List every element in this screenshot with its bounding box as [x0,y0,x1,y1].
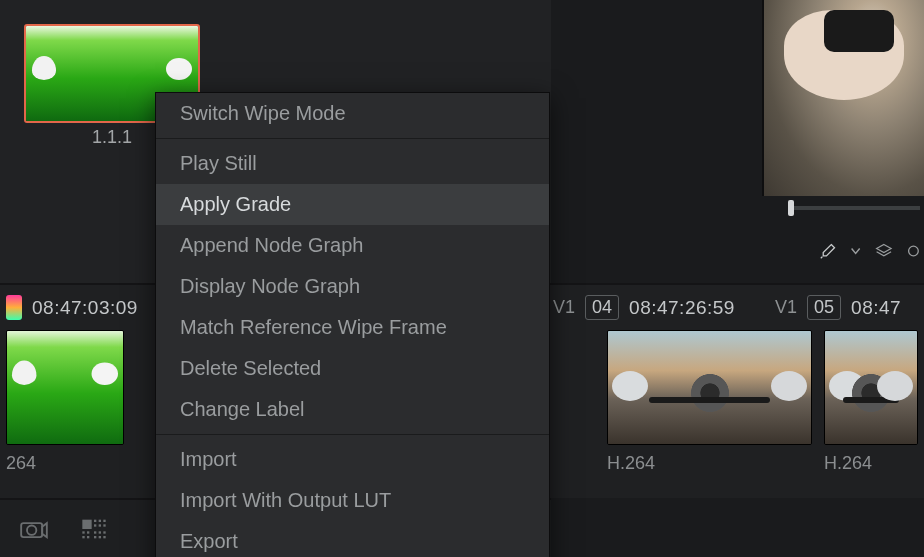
context-menu-item[interactable]: Delete Selected [156,348,549,389]
context-menu-separator [156,434,549,435]
svg-rect-7 [99,524,101,526]
svg-point-19 [909,246,919,256]
context-menu-item[interactable]: Display Node Graph [156,266,549,307]
current-clip-tc: 08:47:03:09 [0,295,138,320]
clip-flag-icon [6,295,22,320]
svg-rect-15 [87,536,89,538]
timecode-text: 08:47:26:59 [629,297,735,319]
layers-icon[interactable] [875,241,893,261]
svg-rect-14 [82,536,84,538]
svg-rect-10 [87,531,89,533]
context-menu: Switch Wipe ModePlay StillApply GradeApp… [155,92,550,557]
clip-codec: H.264 [607,453,812,474]
context-menu-item[interactable]: Export [156,521,549,557]
viewer-panel [762,0,924,196]
clip-index[interactable]: 04 [585,295,619,320]
context-menu-item[interactable]: Append Node Graph [156,225,549,266]
grid-select-icon[interactable] [80,517,108,541]
context-menu-item[interactable]: Play Still [156,143,549,184]
svg-rect-17 [99,536,101,538]
svg-point-1 [27,525,36,534]
timecode-text: 08:47 [851,297,901,319]
clip-thumbnail [607,330,812,445]
svg-rect-3 [94,519,96,521]
context-menu-item[interactable]: Apply Grade [156,184,549,225]
clip-codec: H.264 [824,453,918,474]
svg-rect-16 [94,536,96,538]
viewer-image[interactable] [764,0,924,196]
context-menu-item[interactable]: Change Label [156,389,549,430]
track-label: V1 [553,297,575,318]
context-menu-item[interactable]: Import [156,439,549,480]
context-menu-item[interactable]: Switch Wipe Mode [156,93,549,134]
clip-index[interactable]: 05 [807,295,841,320]
timecode-text: 08:47:03:09 [32,297,138,319]
context-menu-item[interactable]: Match Reference Wipe Frame [156,307,549,348]
svg-rect-13 [103,531,105,533]
svg-rect-12 [99,531,101,533]
chevron-down-icon[interactable] [850,244,861,258]
context-menu-separator [156,138,549,139]
svg-rect-18 [103,536,105,538]
circle-icon[interactable] [907,243,920,259]
clip-thumbnail [824,330,918,445]
camera-icon[interactable] [20,517,48,541]
svg-rect-4 [99,519,101,521]
svg-rect-9 [82,531,84,533]
scrub-handle[interactable] [788,200,794,216]
track-label: V1 [775,297,797,318]
clip-codec: 264 [6,453,124,474]
scrub-track[interactable] [788,206,920,210]
svg-rect-11 [94,531,96,533]
clip-item[interactable]: 264 [6,330,124,498]
svg-rect-2 [82,519,91,528]
svg-rect-6 [94,524,96,526]
clip-item[interactable]: H.264 [607,330,812,498]
svg-rect-8 [103,524,105,526]
context-menu-item[interactable]: Import With Output LUT [156,480,549,521]
app-root: 1.1.1 08:47:03:09 V1 04 08:47:26:59 V1 0… [0,0,924,557]
clip-item[interactable]: H.264 [824,330,918,498]
svg-rect-5 [103,519,105,521]
eyedropper-icon[interactable] [820,241,836,261]
viewer-toolbar [820,236,920,266]
clip-thumbnail [6,330,124,445]
